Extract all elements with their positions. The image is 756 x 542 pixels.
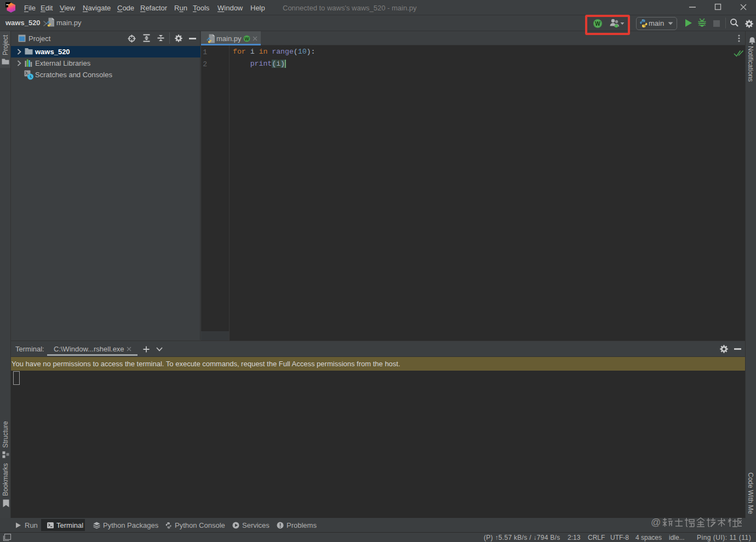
- svg-text:W: W: [244, 36, 249, 42]
- svg-text:@: @: [651, 517, 661, 528]
